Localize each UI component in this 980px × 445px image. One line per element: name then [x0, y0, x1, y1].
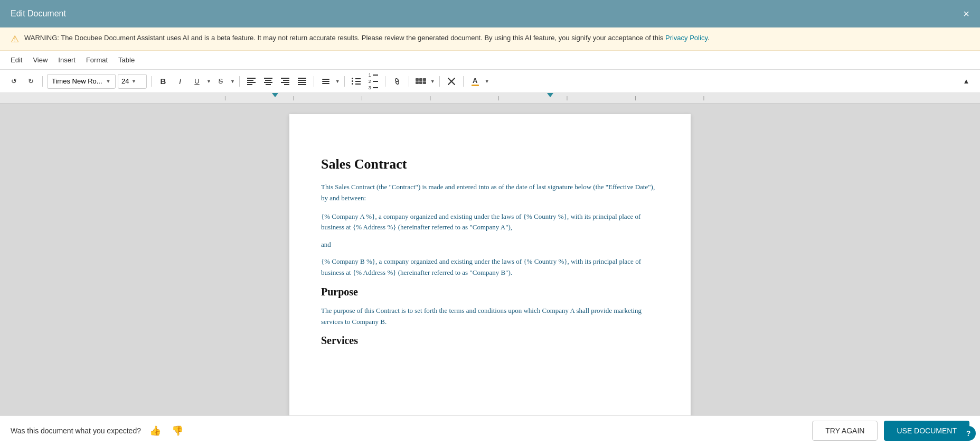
toolbar-separator-2 — [151, 76, 152, 87]
document-container: Sales Contract This Sales Contract (the … — [0, 104, 980, 415]
underline-button[interactable]: U — [190, 74, 204, 89]
svg-rect-13 — [298, 80, 306, 81]
ruler-right-marker[interactable] — [547, 93, 553, 97]
help-bubble[interactable]: ? — [961, 426, 976, 441]
align-right-button[interactable] — [278, 74, 293, 89]
color-picker-dropdown-arrow[interactable]: ▼ — [485, 79, 489, 84]
warning-icon: ⚠ — [11, 33, 19, 45]
toolbar-separator-3 — [239, 76, 240, 87]
align-center-icon — [264, 78, 272, 85]
warning-text: WARNING: The Docubee Document Assistant … — [24, 33, 710, 43]
menu-insert[interactable]: Insert — [54, 54, 80, 66]
clear-format-icon — [447, 77, 456, 86]
menu-view[interactable]: View — [29, 54, 52, 66]
content-area[interactable]: Sales Contract This Sales Contract (the … — [0, 104, 980, 415]
toolbar: ↺ ↻ Times New Ro... ▼ 24 ▼ B I U ▼ S ▼ — [0, 70, 980, 93]
ruler — [0, 93, 980, 104]
collapse-toolbar-button[interactable]: ▲ — [959, 74, 974, 89]
toolbar-separator-9 — [463, 76, 464, 87]
line-spacing-button[interactable] — [318, 74, 333, 89]
font-family-selector[interactable]: Times New Ro... ▼ — [47, 74, 116, 89]
strikethrough-dropdown-arrow[interactable]: ▼ — [230, 79, 235, 84]
underline-icon: U — [194, 77, 199, 85]
link-icon — [393, 78, 401, 85]
undo-button[interactable]: ↺ — [6, 74, 21, 89]
align-left-button[interactable] — [244, 74, 259, 89]
bullet-list-button[interactable] — [349, 74, 364, 89]
table-button[interactable] — [413, 74, 428, 89]
toolbar-separator-1 — [42, 76, 43, 87]
bold-button[interactable]: B — [156, 74, 171, 89]
action-buttons: TRY AGAIN USE DOCUMENT — [812, 421, 969, 441]
table-dropdown-arrow[interactable]: ▼ — [430, 79, 435, 84]
svg-rect-10 — [281, 82, 289, 83]
menu-edit[interactable]: Edit — [6, 54, 26, 66]
ruler-line — [216, 96, 764, 100]
strikethrough-button[interactable]: S — [213, 74, 228, 89]
numbered-list-button[interactable]: 1 2 3 — [366, 74, 381, 89]
doc-section-services-title: Services — [321, 335, 659, 347]
italic-button[interactable]: I — [173, 74, 187, 89]
toolbar-separator-8 — [439, 76, 440, 87]
clear-format-button[interactable] — [444, 74, 459, 89]
color-picker-icon: A — [472, 77, 479, 86]
try-again-button[interactable]: TRY AGAIN — [812, 421, 878, 441]
svg-rect-2 — [247, 82, 256, 83]
link-button[interactable] — [390, 74, 404, 89]
document-title: Sales Contract — [321, 156, 659, 172]
doc-section-purpose-title: Purpose — [321, 286, 659, 298]
svg-rect-3 — [247, 84, 252, 85]
menu-format[interactable]: Format — [82, 54, 112, 66]
document-page[interactable]: Sales Contract This Sales Contract (the … — [289, 114, 691, 415]
svg-rect-5 — [265, 80, 271, 81]
svg-rect-1 — [247, 80, 253, 81]
bullet-list-icon — [352, 78, 361, 85]
align-left-icon — [247, 78, 256, 85]
doc-paragraph-and: and — [321, 240, 659, 249]
feedback-section: Was this document what you expected? 👍 👎 — [11, 423, 185, 439]
ruler-inner — [0, 93, 980, 103]
align-center-button[interactable] — [261, 74, 276, 89]
svg-rect-0 — [247, 78, 256, 79]
close-button[interactable]: × — [963, 8, 969, 19]
font-family-dropdown-arrow: ▼ — [106, 78, 111, 84]
svg-rect-4 — [264, 78, 272, 79]
doc-paragraph-company-b: {% Company B %}, a company organized and… — [321, 256, 659, 279]
ruler-left-marker[interactable] — [272, 93, 278, 97]
menu-bar: Edit View Insert Format Table — [0, 51, 980, 70]
thumbs-up-button[interactable]: 👍 — [147, 423, 163, 439]
privacy-policy-link[interactable]: Privacy Policy — [665, 34, 708, 42]
svg-rect-15 — [298, 84, 306, 85]
doc-paragraph-intro: This Sales Contract (the "Contract") is … — [321, 182, 659, 204]
use-document-button[interactable]: USE DOCUMENT — [884, 421, 969, 441]
underline-dropdown-arrow[interactable]: ▼ — [206, 79, 211, 84]
svg-rect-9 — [283, 80, 289, 81]
table-icon — [416, 78, 426, 84]
toolbar-separator-7 — [409, 76, 409, 87]
svg-rect-14 — [298, 82, 306, 83]
font-size-value: 24 — [121, 77, 129, 85]
justify-button[interactable] — [295, 74, 309, 89]
svg-rect-11 — [284, 84, 289, 85]
svg-rect-7 — [266, 84, 271, 85]
strikethrough-icon: S — [219, 77, 223, 85]
align-right-icon — [281, 78, 289, 85]
bottom-bar: Was this document what you expected? 👍 👎… — [0, 415, 980, 445]
redo-button[interactable]: ↻ — [23, 74, 38, 89]
toolbar-separator-4 — [314, 76, 314, 87]
svg-rect-8 — [281, 78, 289, 79]
toolbar-separator-5 — [344, 76, 345, 87]
font-family-value: Times New Ro... — [52, 77, 102, 85]
menu-table[interactable]: Table — [114, 54, 139, 66]
thumbs-down-button[interactable]: 👎 — [169, 423, 185, 439]
svg-rect-12 — [298, 78, 306, 79]
dialog-title: Edit Document — [11, 9, 66, 18]
title-bar: Edit Document × — [0, 0, 980, 27]
toolbar-separator-6 — [385, 76, 385, 87]
font-size-selector[interactable]: 24 ▼ — [118, 74, 147, 89]
line-spacing-icon — [322, 79, 329, 84]
numbered-list-icon: 1 2 3 — [369, 72, 378, 90]
svg-rect-6 — [264, 82, 272, 83]
color-picker-button[interactable]: A — [468, 74, 483, 89]
line-spacing-dropdown-arrow[interactable]: ▼ — [335, 79, 340, 84]
